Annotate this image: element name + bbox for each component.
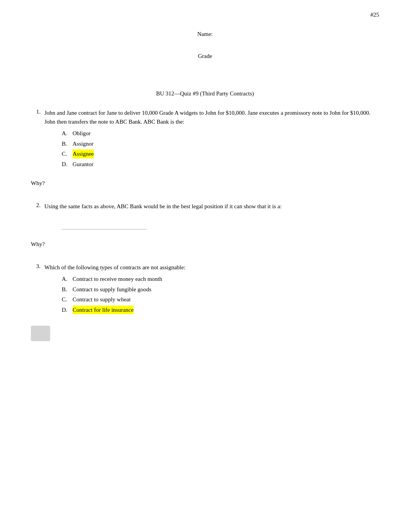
choice-3c-label: C. — [62, 295, 69, 304]
choice-3a-text: Contract to receive money each month — [73, 275, 162, 284]
choice-1d-text: Gurantor — [73, 160, 93, 169]
choice-1b: B. Assignor — [62, 139, 379, 148]
question-3-text: Which of the following types of contract… — [44, 263, 379, 272]
choice-3d-label: D. — [62, 306, 69, 314]
question-2-answer-blank — [62, 223, 147, 229]
choice-1d-label: D. — [62, 160, 69, 169]
why-1: Why? — [31, 180, 379, 187]
page-number: #25 — [371, 12, 380, 18]
name-label: Name: — [31, 31, 379, 37]
choice-3c-text: Contract to supply wheat — [73, 295, 130, 304]
grade-label: Grade — [31, 53, 379, 59]
choice-1a-text: Obligor — [73, 129, 91, 138]
stamp-image — [31, 326, 50, 341]
question-1: 1. John and Jane contract for Jane to de… — [31, 109, 379, 168]
question-3-choices: A. Contract to receive money each month … — [62, 275, 379, 314]
choice-3b-text: Contract to supply fungible goods — [73, 285, 151, 294]
choice-3a-label: A. — [62, 275, 69, 284]
choice-3b-label: B. — [62, 285, 69, 294]
question-2-number: 2. — [31, 202, 41, 211]
question-1-choices: A. Obligor B. Assignor C. Assignee D. Gu… — [62, 129, 379, 168]
choice-3a: A. Contract to receive money each month — [62, 275, 379, 284]
question-3: 3. Which of the following types of contr… — [31, 263, 379, 314]
choice-1c-text: Assignee — [73, 150, 94, 158]
quiz-title: BU 312—Quiz #9 (Third Party Contracts) — [31, 90, 379, 97]
choice-1b-label: B. — [62, 139, 69, 148]
choice-1a-label: A. — [62, 129, 69, 138]
choice-3d-text: Contract for life insurance — [73, 306, 134, 314]
choice-3d: D. Contract for life insurance — [62, 306, 379, 314]
question-3-number: 3. — [31, 263, 41, 272]
choice-1d: D. Gurantor — [62, 160, 379, 169]
header-section: Name: Grade — [31, 31, 379, 59]
question-1-text: John and Jane contract for Jane to deliv… — [44, 109, 379, 126]
choice-1b-text: Assignor — [73, 139, 93, 148]
choice-1c: C. Assignee — [62, 150, 379, 158]
choice-3b: B. Contract to supply fungible goods — [62, 285, 379, 294]
question-2-text: Using the same facts as above, ABC Bank … — [44, 202, 379, 211]
questions-section: 1. John and Jane contract for Jane to de… — [31, 109, 379, 341]
question-2: 2. Using the same facts as above, ABC Ba… — [31, 202, 379, 229]
question-1-number: 1. — [31, 109, 41, 126]
choice-1c-label: C. — [62, 150, 69, 158]
why-2: Why? — [31, 241, 379, 248]
choice-1a: A. Obligor — [62, 129, 379, 138]
choice-3c: C. Contract to supply wheat — [62, 295, 379, 304]
